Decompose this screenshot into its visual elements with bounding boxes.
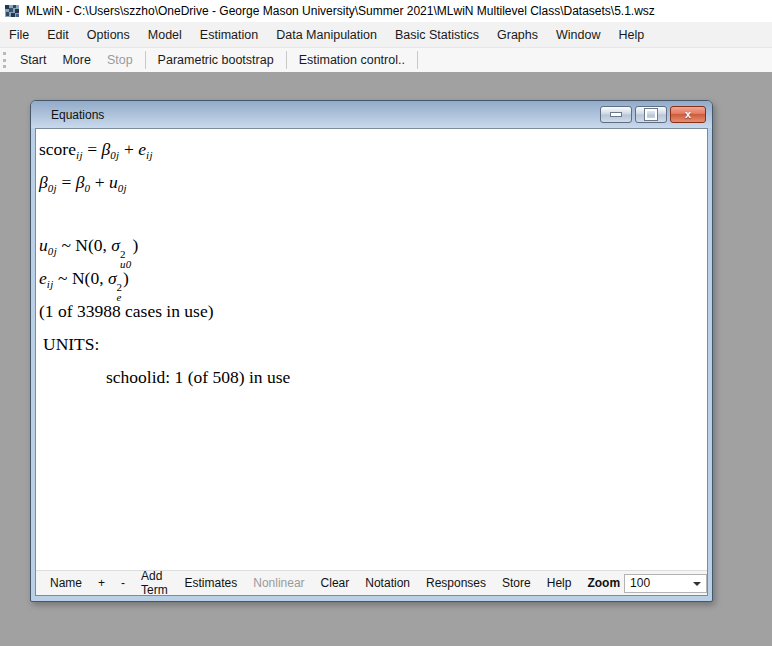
equation-line[interactable]: β0j = β0 + u0j xyxy=(39,166,707,199)
equations-statusbar-items: Name+-Add TermEstimatesNonlinearClearNot… xyxy=(42,569,624,597)
toolbar-items: StartMoreStopParametric bootstrapEstimat… xyxy=(12,50,422,70)
toolbar-start[interactable]: Start xyxy=(12,50,54,70)
zoom-label[interactable]: Zoom xyxy=(579,576,624,590)
equation-line: (1 of 33988 cases in use) xyxy=(39,295,707,328)
plus-button[interactable]: + xyxy=(90,576,113,590)
menu-graphs[interactable]: Graphs xyxy=(488,24,547,46)
eqbar-notation[interactable]: Notation xyxy=(357,576,418,590)
eqbar-help[interactable]: Help xyxy=(539,576,580,590)
menu-edit[interactable]: Edit xyxy=(38,24,78,46)
window-controls: x xyxy=(600,106,706,123)
menu-file[interactable]: File xyxy=(0,24,38,46)
equation-line[interactable]: scoreij = β0j + eij xyxy=(39,133,707,166)
chevron-down-icon xyxy=(693,582,701,586)
toolbar-separator xyxy=(417,51,418,69)
eqbar-responses[interactable]: Responses xyxy=(418,576,494,590)
menu-options[interactable]: Options xyxy=(78,24,139,46)
estimation-toolbar: StartMoreStopParametric bootstrapEstimat… xyxy=(0,48,772,73)
eqbar-nonlinear: Nonlinear xyxy=(245,576,312,590)
app-titlebar: MLwiN - C:\Users\szzho\OneDrive - George… xyxy=(0,0,772,22)
equation-line[interactable]: u0j ~ N(0, σ2u0) xyxy=(39,229,707,262)
equation-line: UNITS: xyxy=(39,328,707,361)
close-button[interactable]: x xyxy=(670,106,706,123)
menu-window[interactable]: Window xyxy=(547,24,609,46)
toolbar-separator xyxy=(286,51,287,69)
eqbar-name[interactable]: Name xyxy=(42,576,90,590)
equations-window-title: Equations xyxy=(51,108,104,122)
close-icon: x xyxy=(685,109,691,120)
menu-basic-statistics[interactable]: Basic Statistics xyxy=(386,24,488,46)
zoom-value: 100 xyxy=(630,576,650,590)
eqbar-add-term[interactable]: Add Term xyxy=(133,569,177,597)
equation-line[interactable]: eij ~ N(0, σ2e) xyxy=(39,262,707,295)
minimize-icon xyxy=(611,113,621,116)
restore-button[interactable] xyxy=(635,106,667,123)
equations-window: Equations x scoreij = β0j + eijβ0j = β0 … xyxy=(30,100,713,602)
menubar: FileEditOptionsModelEstimationData Manip… xyxy=(0,22,772,48)
equations-content: scoreij = β0j + eijβ0j = β0 + u0ju0j ~ N… xyxy=(35,128,708,596)
equations-titlebar[interactable]: Equations x xyxy=(31,101,712,128)
minus-button[interactable]: - xyxy=(113,576,133,590)
equations-body: scoreij = β0j + eijβ0j = β0 + u0ju0j ~ N… xyxy=(36,129,707,394)
toolbar-grip[interactable] xyxy=(3,52,6,68)
menu-estimation[interactable]: Estimation xyxy=(191,24,267,46)
app-icon xyxy=(4,3,20,19)
toolbar-stop: Stop xyxy=(99,50,141,70)
minimize-button[interactable] xyxy=(600,106,632,123)
toolbar-more[interactable]: More xyxy=(54,50,98,70)
toolbar-estimation-control[interactable]: Estimation control.. xyxy=(291,50,413,70)
menu-model[interactable]: Model xyxy=(139,24,191,46)
toolbar-parametric-bootstrap[interactable]: Parametric bootstrap xyxy=(150,50,282,70)
eqbar-store[interactable]: Store xyxy=(494,576,539,590)
equations-statusbar: Name+-Add TermEstimatesNonlinearClearNot… xyxy=(36,570,707,595)
app-title: MLwiN - C:\Users\szzho\OneDrive - George… xyxy=(26,4,655,18)
toolbar-separator xyxy=(145,51,146,69)
zoom-select[interactable]: 100 xyxy=(624,574,707,593)
eqbar-clear[interactable]: Clear xyxy=(313,576,358,590)
menu-help[interactable]: Help xyxy=(610,24,654,46)
equation-line: schoolid: 1 (of 508) in use xyxy=(39,361,707,394)
menu-data-manipulation[interactable]: Data Manipulation xyxy=(267,24,386,46)
restore-icon xyxy=(645,109,657,120)
eqbar-estimates[interactable]: Estimates xyxy=(177,576,246,590)
